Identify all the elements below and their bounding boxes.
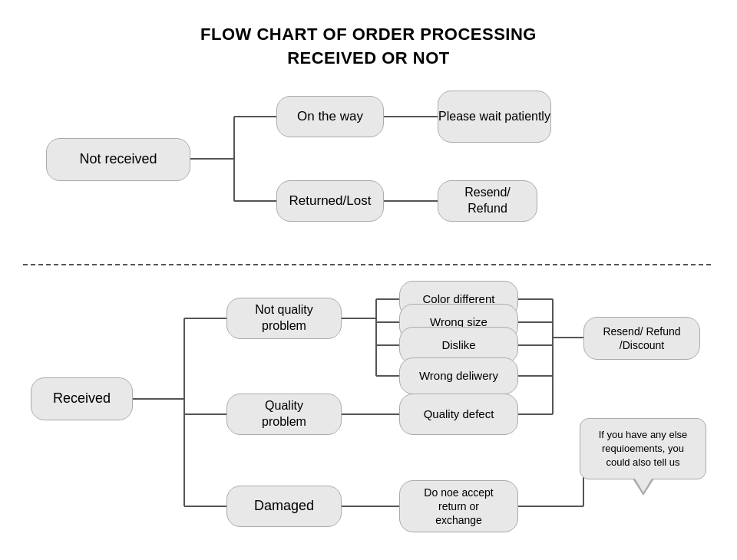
not-received-node: Not received: [46, 138, 190, 181]
resend-refund-top-node: Resend/ Refund: [438, 180, 537, 222]
page-title: FLOW CHART OF ORDER PROCESSING RECEIVED …: [0, 9, 737, 71]
not-quality-problem-node: Not quality problem: [226, 298, 342, 339]
returned-lost-node: Returned/Lost: [276, 180, 384, 222]
quality-problem-node: Quality problem: [226, 394, 342, 435]
damaged-node: Damaged: [226, 486, 342, 527]
quality-defect-node: Quality defect: [399, 394, 518, 435]
speech-bubble-node: If you have any else requioements, you c…: [580, 418, 706, 479]
wrong-delivery-node: Wrong deliwery: [399, 357, 518, 394]
resend-refund-discount-node: Resend/ Refund /Discount: [583, 317, 700, 360]
received-node: Received: [31, 377, 133, 420]
on-the-way-node: On the way: [276, 96, 384, 137]
please-wait-node: Please wait patiently: [438, 91, 551, 143]
do-not-accept-node: Do noe accept return or exchange: [399, 480, 518, 532]
